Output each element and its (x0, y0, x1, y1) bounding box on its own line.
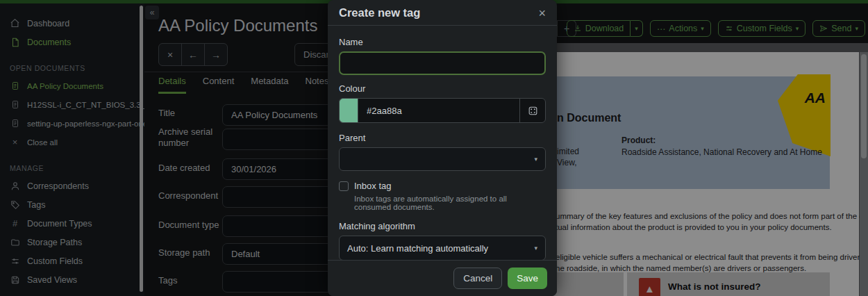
inbox-tag-checkbox[interactable] (339, 181, 349, 191)
cancel-button[interactable]: Cancel (453, 268, 502, 289)
colour-input-group (339, 98, 546, 123)
colour-value-input[interactable] (358, 98, 520, 123)
matching-algorithm-label: Matching algorithm (339, 221, 546, 231)
inbox-tag-checkbox-row[interactable]: Inbox tag (339, 181, 546, 191)
dice-icon (528, 106, 538, 116)
random-colour-button[interactable] (519, 98, 546, 123)
modal-close-icon[interactable]: × (538, 7, 546, 19)
save-button[interactable]: Save (508, 268, 547, 289)
matching-algorithm-select[interactable]: Auto: Learn matching automatically ▾ (339, 236, 546, 261)
modal-footer: Cancel Save (328, 260, 557, 296)
colour-swatch (339, 98, 358, 123)
inbox-tag-label: Inbox tag (354, 181, 392, 191)
modal-title: Create new tag (339, 6, 420, 19)
paperless-app: Dashboard Documents OPEN DOCUMENTS AA Po… (0, 0, 868, 296)
modal-body: Name Colour Parent ▾ Inbox tag (328, 26, 557, 295)
parent-select[interactable]: ▾ (339, 147, 546, 171)
tag-name-input[interactable] (339, 51, 546, 75)
name-label: Name (339, 37, 546, 47)
inbox-tag-hint: Inbox tags are automatically assigned to… (354, 195, 546, 211)
chevron-down-icon: ▾ (534, 245, 537, 252)
create-tag-modal: Create new tag × Name Colour Parent ▾ (328, 0, 557, 296)
matching-algorithm-value: Auto: Learn matching automatically (347, 243, 488, 254)
chevron-down-icon: ▾ (534, 156, 537, 163)
colour-label: Colour (339, 83, 546, 94)
modal-header: Create new tag × (328, 0, 557, 26)
parent-label: Parent (339, 133, 546, 143)
